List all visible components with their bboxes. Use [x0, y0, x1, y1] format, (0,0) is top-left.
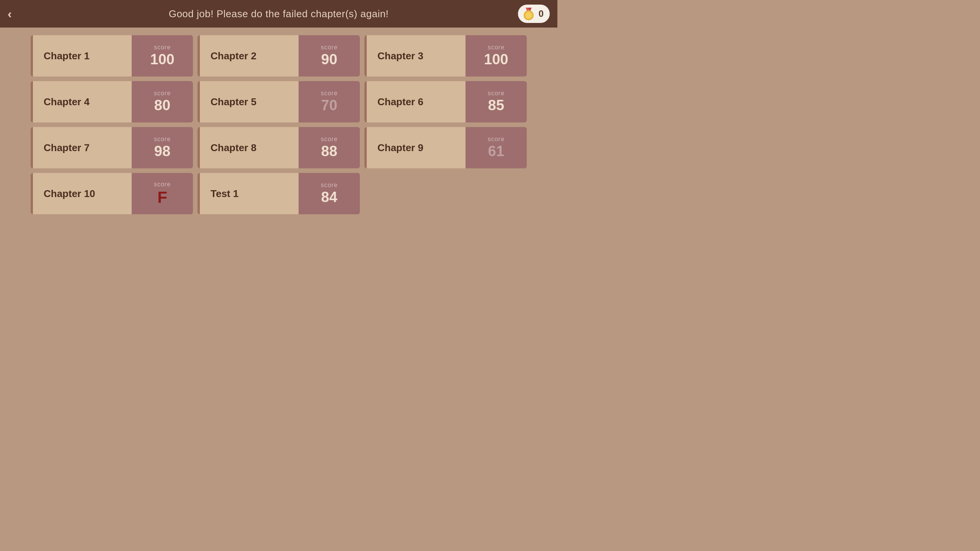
score-value-7: 98: [154, 143, 170, 160]
chapter-score-box-2: score90: [299, 35, 360, 77]
score-label-7: score: [154, 136, 171, 143]
chapter-score-box-7: score98: [132, 127, 193, 168]
chapter-item-5[interactable]: Chapter 5score70: [198, 81, 360, 122]
chapter-score-box-10: scoreF: [132, 173, 193, 214]
header: ‹ Good job! Please do the failed chapter…: [0, 0, 557, 28]
chapter-item-9[interactable]: Chapter 9score61: [364, 127, 527, 168]
score-label-2: score: [321, 44, 338, 51]
score-label-8: score: [321, 136, 338, 143]
score-label-10: score: [154, 181, 171, 188]
score-label-9: score: [488, 136, 505, 143]
chapter-item-10[interactable]: Chapter 10scoreF: [31, 173, 193, 214]
score-label-6: score: [488, 90, 505, 97]
score-value-6: 85: [488, 98, 504, 114]
chapter-name-4: Chapter 4: [31, 81, 132, 122]
chapter-score-box-5: score70: [299, 81, 360, 122]
score-value-4: 80: [154, 98, 170, 114]
score-value-9: 61: [488, 143, 504, 160]
badge-score-value: 0: [539, 8, 544, 19]
score-label-1: score: [154, 44, 171, 51]
score-value-1: 100: [150, 52, 174, 68]
chapter-item-7[interactable]: Chapter 7score98: [31, 127, 193, 168]
chapter-item-2[interactable]: Chapter 2score90: [198, 35, 360, 77]
chapter-score-box-4: score80: [132, 81, 193, 122]
chapter-name-1: Chapter 1: [31, 35, 132, 77]
score-value-11: 84: [321, 189, 337, 205]
chapter-name-11: Test 1: [198, 173, 299, 214]
score-value-8: 88: [321, 143, 337, 160]
chapter-item-3[interactable]: Chapter 3score100: [364, 35, 527, 77]
header-title: Good job! Please do the failed chapter(s…: [169, 8, 389, 20]
score-label-4: score: [154, 90, 171, 97]
score-label-11: score: [321, 182, 338, 189]
score-value-3: 100: [484, 52, 508, 68]
chapter-item-11[interactable]: Test 1score84: [198, 173, 360, 214]
chapter-score-box-3: score100: [466, 35, 527, 77]
chapter-item-6[interactable]: Chapter 6score85: [364, 81, 527, 122]
chapter-item-4[interactable]: Chapter 4score80: [31, 81, 193, 122]
chapter-score-box-9: score61: [466, 127, 527, 168]
score-value-10: F: [157, 189, 167, 206]
score-value-2: 90: [321, 52, 337, 68]
chapter-name-3: Chapter 3: [364, 35, 466, 77]
score-value-5: 70: [321, 98, 337, 114]
svg-point-1: [526, 12, 532, 18]
score-label-3: score: [488, 44, 505, 51]
chapter-item-1[interactable]: Chapter 1score100: [31, 35, 193, 77]
chapter-name-7: Chapter 7: [31, 127, 132, 168]
chapter-score-box-8: score88: [299, 127, 360, 168]
main-content: Chapter 1score100Chapter 2score90Chapter…: [0, 28, 557, 222]
chapter-name-5: Chapter 5: [198, 81, 299, 122]
score-badge: 0: [518, 5, 550, 23]
chapter-item-8[interactable]: Chapter 8score88: [198, 127, 360, 168]
medal-icon: [522, 7, 536, 21]
chapters-grid: Chapter 1score100Chapter 2score90Chapter…: [31, 35, 527, 214]
chapter-name-2: Chapter 2: [198, 35, 299, 77]
back-button[interactable]: ‹: [8, 8, 12, 20]
chapter-score-box-1: score100: [132, 35, 193, 77]
score-label-5: score: [321, 90, 338, 97]
chapter-name-10: Chapter 10: [31, 173, 132, 214]
chapter-score-box-6: score85: [466, 81, 527, 122]
chapter-name-6: Chapter 6: [364, 81, 466, 122]
chapter-score-box-11: score84: [299, 173, 360, 214]
chapter-name-8: Chapter 8: [198, 127, 299, 168]
chapter-name-9: Chapter 9: [364, 127, 466, 168]
